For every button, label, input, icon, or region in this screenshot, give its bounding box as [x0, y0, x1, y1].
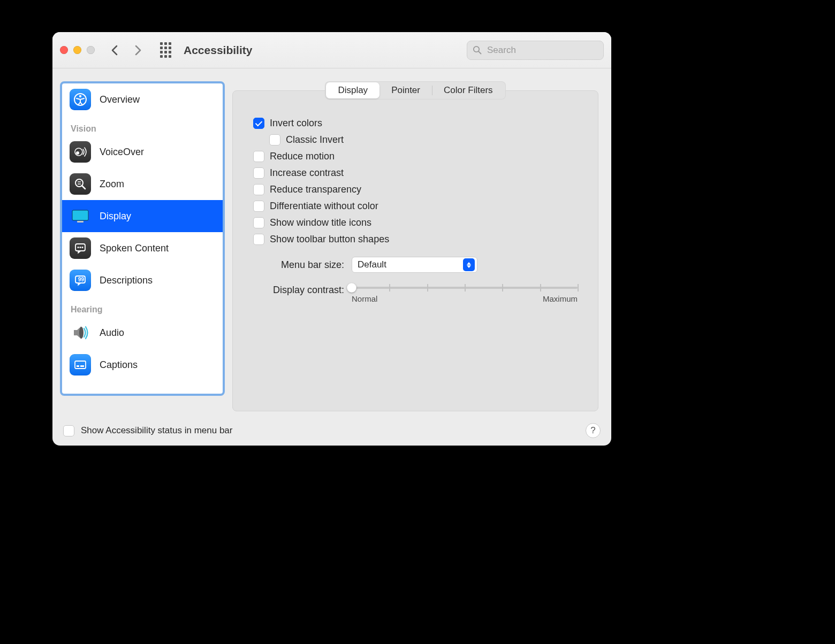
voiceover-icon [70, 141, 91, 163]
show-all-button[interactable] [158, 43, 173, 58]
titlebar: Accessibility [52, 32, 611, 68]
option-label: Differentiate without color [270, 201, 378, 212]
display-panel: Invert colors Classic Invert Reduce moti… [232, 90, 598, 411]
forward-button[interactable] [129, 41, 147, 59]
prefs-window: Accessibility Overview Vision [52, 32, 611, 446]
checkbox[interactable] [253, 184, 264, 195]
speech-icon [70, 237, 91, 259]
option-classic-invert[interactable]: Classic Invert [269, 134, 578, 145]
option-label: Reduce motion [270, 151, 335, 162]
accessibility-icon [70, 89, 91, 110]
sidebar-item-display[interactable]: Display [62, 200, 223, 232]
sidebar-item-label: Captions [100, 359, 138, 371]
footer: Show Accessibility status in menu bar ? [52, 416, 611, 446]
captions-icon [70, 354, 91, 375]
sidebar-heading-vision: Vision [62, 116, 223, 136]
option-label: Show toolbar button shapes [270, 234, 389, 245]
display-icon [70, 205, 91, 227]
tab-bar: Display Pointer Color Filters [325, 81, 505, 99]
option-label: Show window title icons [270, 217, 371, 228]
content-area: Overview Vision VoiceOver Zoom [52, 68, 611, 416]
option-label: Increase contrast [270, 167, 344, 179]
tab-color-filters[interactable]: Color Filters [432, 82, 505, 98]
show-status-checkbox[interactable] [63, 425, 74, 436]
option-show-toolbar-shapes[interactable]: Show toolbar button shapes [253, 234, 578, 245]
sidebar-item-descriptions[interactable]: 99 Descriptions [62, 264, 223, 296]
sidebar-item-captions[interactable]: Captions [62, 349, 223, 381]
sidebar-item-label: Display [100, 211, 131, 222]
option-label: Reduce transparency [270, 184, 361, 195]
option-diff-without-color[interactable]: Differentiate without color [253, 201, 578, 212]
checkbox[interactable] [253, 217, 264, 228]
checkbox[interactable] [269, 134, 280, 145]
window-controls [60, 46, 95, 54]
search-input[interactable] [486, 44, 598, 56]
close-window-button[interactable] [60, 46, 68, 54]
checkbox[interactable] [253, 151, 264, 162]
search-icon [473, 45, 482, 55]
sidebar-item-audio[interactable]: Audio [62, 317, 223, 349]
help-icon: ? [590, 425, 595, 436]
detail-pane: Display Pointer Color Filters Invert col… [232, 81, 598, 411]
zoom-window-button[interactable] [87, 46, 95, 54]
menu-bar-size-row: Menu bar size: Default [253, 257, 578, 273]
option-reduce-transparency[interactable]: Reduce transparency [253, 184, 578, 195]
window-title: Accessibility [184, 44, 252, 57]
menu-bar-size-select[interactable]: Default [352, 257, 477, 273]
slider-knob[interactable] [347, 283, 356, 293]
back-button[interactable] [105, 41, 124, 59]
option-label: Invert colors [270, 118, 322, 129]
minimize-window-button[interactable] [73, 46, 81, 54]
speaker-icon [70, 322, 91, 343]
svg-point-5 [76, 151, 79, 155]
svg-rect-18 [75, 361, 86, 369]
select-value: Default [358, 259, 386, 270]
sidebar-item-voiceover[interactable]: VoiceOver [62, 136, 223, 168]
checkbox[interactable] [253, 201, 264, 212]
svg-rect-20 [80, 365, 84, 367]
display-contrast-label: Display contrast: [253, 285, 344, 296]
svg-point-13 [80, 247, 81, 248]
svg-text:99: 99 [78, 277, 85, 282]
svg-rect-19 [77, 365, 79, 367]
svg-line-1 [479, 51, 481, 54]
display-contrast-slider[interactable] [352, 287, 578, 289]
sidebar: Overview Vision VoiceOver Zoom [60, 81, 225, 396]
svg-point-12 [78, 247, 79, 248]
descriptions-icon: 99 [70, 270, 91, 291]
svg-line-7 [82, 186, 85, 189]
svg-rect-10 [77, 221, 84, 223]
svg-rect-8 [72, 210, 88, 220]
slider-min-label: Normal [352, 294, 377, 303]
zoom-icon [70, 173, 91, 195]
sidebar-heading-hearing: Hearing [62, 296, 223, 317]
search-field[interactable] [467, 41, 604, 60]
svg-point-3 [79, 95, 81, 97]
stepper-icon [463, 258, 475, 271]
help-button[interactable]: ? [586, 423, 601, 438]
option-reduce-motion[interactable]: Reduce motion [253, 151, 578, 162]
option-invert-colors[interactable]: Invert colors [253, 118, 578, 129]
slider-max-label: Maximum [543, 294, 578, 303]
sidebar-item-overview[interactable]: Overview [62, 83, 223, 116]
checkbox[interactable] [253, 167, 264, 179]
sidebar-item-label: Audio [100, 327, 124, 339]
checkbox[interactable] [253, 118, 264, 129]
show-status-label: Show Accessibility status in menu bar [81, 425, 232, 436]
svg-point-14 [82, 247, 84, 248]
sidebar-item-spoken-content[interactable]: Spoken Content [62, 232, 223, 264]
sidebar-item-zoom[interactable]: Zoom [62, 168, 223, 200]
tab-display[interactable]: Display [326, 82, 379, 98]
option-label: Classic Invert [286, 134, 344, 145]
option-increase-contrast[interactable]: Increase contrast [253, 167, 578, 179]
sidebar-item-label: Descriptions [100, 275, 153, 286]
sidebar-item-label: Spoken Content [100, 243, 169, 254]
option-show-title-icons[interactable]: Show window title icons [253, 217, 578, 228]
checkbox[interactable] [253, 234, 264, 245]
svg-point-17 [79, 327, 84, 339]
menu-bar-size-label: Menu bar size: [253, 259, 344, 271]
tab-pointer[interactable]: Pointer [379, 82, 432, 98]
sidebar-item-label: Zoom [100, 179, 124, 190]
display-contrast-row: Display contrast: [253, 285, 578, 303]
sidebar-item-label: Overview [100, 94, 140, 105]
